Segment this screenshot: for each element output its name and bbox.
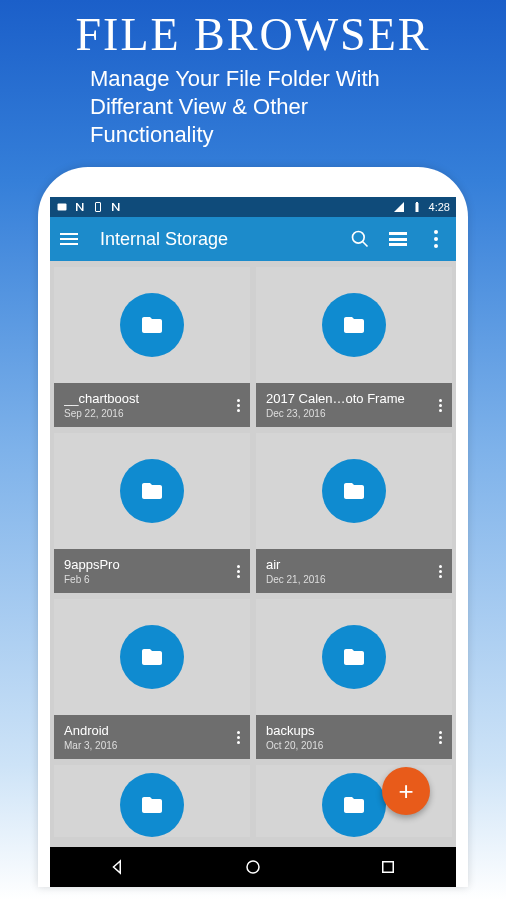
- promo-title: FILE BROWSER: [76, 8, 431, 61]
- signal-icon: [393, 201, 405, 213]
- tile-more-icon[interactable]: [235, 731, 242, 744]
- tile-more-icon[interactable]: [437, 731, 444, 744]
- folder-tile[interactable]: __chartboostSep 22, 2016: [54, 267, 250, 427]
- svg-line-3: [363, 242, 368, 247]
- svg-point-2: [353, 232, 365, 244]
- promo-subtitle: Manage Your File Folder WithDifferant Vi…: [90, 65, 380, 149]
- folder-icon: [120, 625, 184, 689]
- svg-point-4: [247, 861, 259, 873]
- recents-button[interactable]: [379, 858, 397, 876]
- folder-name: 2017 Calen…oto Frame: [266, 391, 437, 406]
- svg-rect-0: [58, 204, 67, 211]
- battery-icon: [411, 201, 423, 213]
- svg-rect-1: [96, 203, 101, 212]
- folder-date: Sep 22, 2016: [64, 408, 235, 419]
- folder-date: Oct 20, 2016: [266, 740, 437, 751]
- app-bar-title: Internal Storage: [100, 229, 332, 250]
- folder-icon: [120, 773, 184, 837]
- view-toggle-icon[interactable]: [388, 229, 408, 249]
- folder-grid: __chartboostSep 22, 2016 2017 Calen…oto …: [50, 261, 456, 841]
- folder-icon: [322, 625, 386, 689]
- n-icon-2: [110, 201, 122, 213]
- search-icon[interactable]: [350, 229, 370, 249]
- overflow-icon[interactable]: [426, 229, 446, 249]
- folder-tile[interactable]: airDec 21, 2016: [256, 433, 452, 593]
- folder-date: Mar 3, 2016: [64, 740, 235, 751]
- folder-icon: [120, 293, 184, 357]
- folder-icon: [322, 293, 386, 357]
- folder-icon: [322, 459, 386, 523]
- screen: 4:28 Internal Storage __chartboostSep 22…: [50, 197, 456, 887]
- folder-name: __chartboost: [64, 391, 235, 406]
- image-icon: [56, 201, 68, 213]
- menu-icon[interactable]: [60, 233, 78, 245]
- tile-more-icon[interactable]: [437, 399, 444, 412]
- svg-rect-5: [383, 862, 394, 873]
- folder-name: air: [266, 557, 437, 572]
- folder-tile[interactable]: [54, 765, 250, 835]
- tile-more-icon[interactable]: [437, 565, 444, 578]
- folder-tile[interactable]: 2017 Calen…oto FrameDec 23, 2016: [256, 267, 452, 427]
- status-time: 4:28: [429, 201, 450, 213]
- system-nav-bar: [50, 847, 456, 887]
- home-button[interactable]: [244, 858, 262, 876]
- app-bar: Internal Storage: [50, 217, 456, 261]
- n-icon: [74, 201, 86, 213]
- back-button[interactable]: [109, 858, 127, 876]
- folder-tile[interactable]: 9appsProFeb 6: [54, 433, 250, 593]
- phone-frame: 4:28 Internal Storage __chartboostSep 22…: [38, 167, 468, 887]
- folder-name: 9appsPro: [64, 557, 235, 572]
- folder-tile[interactable]: AndroidMar 3, 2016: [54, 599, 250, 759]
- folder-date: Dec 21, 2016: [266, 574, 437, 585]
- folder-date: Feb 6: [64, 574, 235, 585]
- tile-more-icon[interactable]: [235, 565, 242, 578]
- folder-icon: [120, 459, 184, 523]
- folder-tile[interactable]: backupsOct 20, 2016: [256, 599, 452, 759]
- folder-icon: [322, 773, 386, 837]
- tile-more-icon[interactable]: [235, 399, 242, 412]
- folder-date: Dec 23, 2016: [266, 408, 437, 419]
- status-bar: 4:28: [50, 197, 456, 217]
- phone-icon: [92, 201, 104, 213]
- folder-name: Android: [64, 723, 235, 738]
- folder-name: backups: [266, 723, 437, 738]
